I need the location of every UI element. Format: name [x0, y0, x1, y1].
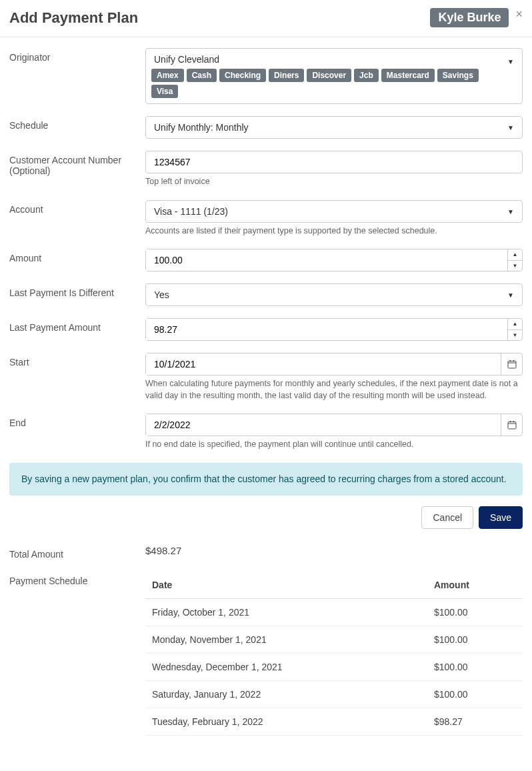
table-cell-amount: $100.00 [427, 626, 523, 653]
account-label: Account [9, 200, 145, 237]
account-row: Account Visa - 1111 (1/23) ▼ Accounts ar… [9, 200, 523, 237]
table-cell-date: Saturday, January 1, 2022 [145, 680, 427, 708]
caret-down-icon: ▼ [507, 58, 514, 65]
payment-type-badge: Cash [187, 69, 217, 82]
table-row: Monday, November 1, 2021$100.00 [145, 626, 523, 653]
customer-account-input[interactable] [146, 151, 522, 173]
payment-schedule-table: Date Amount Friday, October 1, 2021$100.… [145, 572, 523, 736]
payment-type-badge: Jcb [354, 69, 379, 82]
end-label: End [9, 414, 145, 451]
table-cell-amount: $98.27 [427, 708, 523, 735]
originator-badges: AmexCashCheckingDinersDiscoverJcbMasterc… [151, 69, 502, 98]
calendar-icon[interactable] [501, 414, 522, 436]
calendar-icon[interactable] [501, 353, 522, 375]
last-diff-value: Yes [154, 289, 169, 300]
payment-type-badge: Discover [307, 69, 351, 82]
caret-down-icon: ▼ [507, 207, 514, 215]
schedule-select[interactable]: Unify Monthly: Monthly ▼ [145, 116, 523, 139]
spinner-up-icon[interactable]: ▲ [508, 319, 522, 330]
total-row: Total Amount $498.27 [9, 545, 523, 560]
header-right: Kyle Burke × [430, 8, 523, 27]
end-helper: If no end date is specified, the payment… [145, 439, 523, 451]
spinner-down-icon[interactable]: ▼ [508, 330, 522, 341]
form-body: Originator Unify Cleveland AmexCashCheck… [0, 37, 532, 745]
payment-type-badge: Mastercard [381, 69, 435, 82]
schedule-table-label: Payment Schedule [9, 572, 145, 736]
amount-spinner: ▲ ▼ [507, 249, 522, 271]
originator-label: Originator [9, 48, 145, 104]
spinner-down-icon[interactable]: ▼ [508, 261, 522, 271]
table-cell-amount: $100.00 [427, 680, 523, 708]
cancel-button[interactable]: Cancel [421, 506, 473, 529]
amount-input-wrap: ▲ ▼ [145, 249, 523, 271]
account-helper: Accounts are listed if their payment typ… [145, 225, 523, 237]
originator-row: Originator Unify Cleveland AmexCashCheck… [9, 48, 523, 104]
schedule-table-row: Payment Schedule Date Amount Friday, Oct… [9, 572, 523, 736]
end-input[interactable] [146, 414, 501, 436]
last-diff-select[interactable]: Yes ▼ [145, 283, 523, 306]
consent-alert: By saving a new payment plan, you confir… [9, 463, 523, 496]
end-input-wrap [145, 414, 523, 436]
caret-down-icon: ▼ [507, 291, 514, 299]
total-value: $498.27 [145, 545, 181, 560]
amount-row: Amount ▲ ▼ [9, 249, 523, 271]
amount-label: Amount [9, 249, 145, 271]
svg-rect-0 [508, 361, 516, 368]
schedule-value: Unify Monthly: Monthly [154, 122, 249, 133]
start-label: Start [9, 353, 145, 402]
user-badge: Kyle Burke [430, 8, 509, 27]
last-amount-row: Last Payment Amount ▲ ▼ [9, 318, 523, 341]
table-cell-amount: $100.00 [427, 598, 523, 626]
account-select[interactable]: Visa - 1111 (1/23) ▼ [145, 200, 523, 223]
end-row: End If no end date is specified, the pay… [9, 414, 523, 451]
save-button[interactable]: Save [479, 506, 523, 529]
last-diff-row: Last Payment Is Different Yes ▼ [9, 283, 523, 306]
close-icon[interactable]: × [515, 8, 523, 20]
table-cell-date: Friday, October 1, 2021 [145, 598, 427, 626]
start-row: Start When calculating future payments f… [9, 353, 523, 402]
svg-rect-1 [508, 422, 516, 429]
last-amount-input[interactable] [146, 319, 507, 340]
start-input-wrap [145, 353, 523, 375]
table-row: Friday, October 1, 2021$100.00 [145, 598, 523, 626]
last-amount-label: Last Payment Amount [9, 318, 145, 341]
table-row: Saturday, January 1, 2022$100.00 [145, 680, 523, 708]
schedule-row: Schedule Unify Monthly: Monthly ▼ [9, 116, 523, 139]
payment-type-badge: Amex [151, 69, 184, 82]
customer-account-input-wrap [145, 151, 523, 173]
last-diff-label: Last Payment Is Different [9, 283, 145, 306]
amount-input[interactable] [146, 249, 507, 271]
table-row: Wednesday, December 1, 2021$100.00 [145, 653, 523, 680]
spinner-up-icon[interactable]: ▲ [508, 249, 522, 261]
payment-type-badge: Savings [437, 69, 479, 82]
originator-value: Unify Cleveland [151, 54, 502, 69]
total-label: Total Amount [9, 545, 145, 560]
table-cell-date: Wednesday, December 1, 2021 [145, 653, 427, 680]
customer-account-label: Customer Account Number (Optional) [9, 151, 145, 188]
last-amount-spinner: ▲ ▼ [507, 319, 522, 340]
account-value: Visa - 1111 (1/23) [154, 206, 228, 217]
schedule-label: Schedule [9, 116, 145, 139]
table-row: Tuesday, February 1, 2022$98.27 [145, 708, 523, 735]
start-input[interactable] [146, 353, 501, 375]
payment-type-badge: Diners [269, 69, 304, 82]
customer-account-row: Customer Account Number (Optional) Top l… [9, 151, 523, 188]
last-amount-input-wrap: ▲ ▼ [145, 318, 523, 341]
table-header-date: Date [145, 572, 427, 599]
page-title: Add Payment Plan [9, 9, 138, 27]
originator-select[interactable]: Unify Cleveland AmexCashCheckingDinersDi… [145, 48, 523, 104]
table-cell-date: Monday, November 1, 2021 [145, 626, 427, 653]
table-cell-date: Tuesday, February 1, 2022 [145, 708, 427, 735]
payment-type-badge: Visa [151, 85, 178, 98]
button-row: Cancel Save [9, 506, 523, 529]
dialog-header: Add Payment Plan Kyle Burke × [0, 0, 532, 37]
caret-down-icon: ▼ [507, 124, 514, 131]
start-helper: When calculating future payments for mon… [145, 378, 523, 402]
table-header-amount: Amount [427, 572, 523, 599]
payment-type-badge: Checking [219, 69, 266, 82]
table-cell-amount: $100.00 [427, 653, 523, 680]
customer-account-helper: Top left of invoice [145, 176, 523, 188]
